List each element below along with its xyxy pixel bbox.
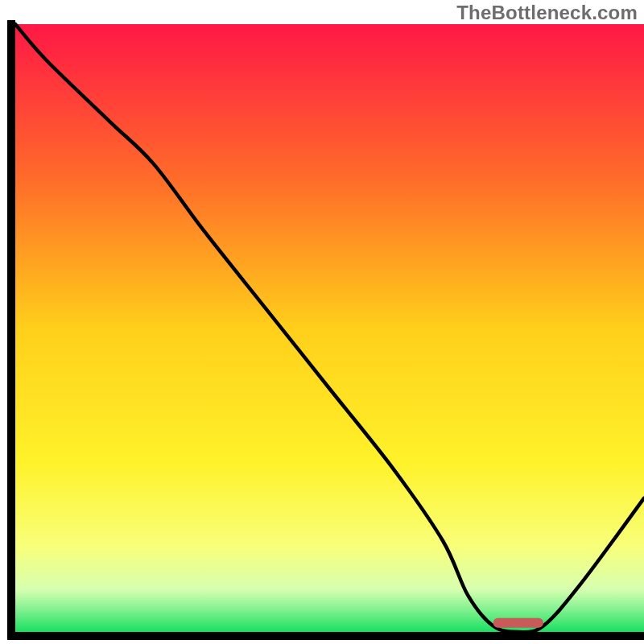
optimal-marker [493,618,543,628]
chart-svg [0,0,644,644]
bottleneck-chart: TheBottleneck.com [0,0,644,644]
plot-background [15,24,644,632]
watermark-text: TheBottleneck.com [456,2,638,24]
